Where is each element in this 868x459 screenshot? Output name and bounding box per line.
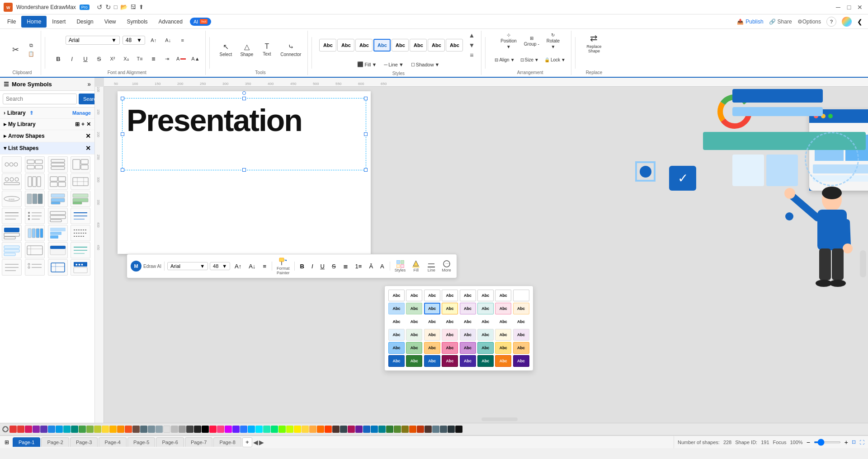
menu-view[interactable]: View [99, 16, 122, 28]
user-avatar[interactable] [842, 17, 852, 27]
shape-item[interactable] [2, 208, 22, 224]
menu-design[interactable]: Design [71, 16, 99, 28]
color-swatch[interactable] [355, 426, 363, 433]
style-sq-8[interactable]: Abc [446, 39, 463, 52]
font-selector[interactable]: Arial ▼ [66, 36, 120, 45]
select-btn[interactable]: ↖ Select [217, 41, 235, 59]
color-swatch[interactable] [302, 426, 309, 433]
color-swatch[interactable] [248, 426, 255, 433]
zoom-in-btn[interactable]: + [844, 439, 848, 446]
shape-item[interactable] [25, 259, 45, 276]
color-swatch[interactable] [271, 426, 278, 433]
list-shapes-header[interactable]: ▾ List Shapes ✕ [0, 142, 94, 155]
focus-btn[interactable]: Focus [773, 440, 787, 445]
color-swatch[interactable] [332, 426, 340, 433]
style-item[interactable]: Abc [495, 290, 511, 301]
scroll-bottom[interactable] [481, 417, 518, 421]
style-item[interactable]: Abc [406, 342, 422, 354]
style-sq-7[interactable]: Abc [428, 39, 445, 52]
position-btn[interactable]: ⊹ Position▼ [498, 31, 519, 51]
rotate-btn[interactable]: ↻ Rotate▼ [544, 31, 562, 51]
page-tab-4[interactable]: Page-4 [99, 437, 126, 447]
style-item[interactable]: Abc [406, 355, 422, 367]
text-tool-btn[interactable]: T Text [259, 41, 275, 58]
color-swatch[interactable] [71, 426, 78, 433]
style-item[interactable]: Abc [513, 316, 529, 328]
page-tab-7[interactable]: Page-7 [185, 437, 212, 447]
highlight-btn[interactable]: A▲ [189, 55, 201, 62]
style-item[interactable]: Abc [495, 316, 511, 328]
increase-font-btn[interactable]: A↑ [148, 37, 160, 44]
shape-btn[interactable]: △ Shape [237, 41, 256, 59]
color-swatch[interactable] [163, 426, 170, 433]
page-tab-1[interactable]: Page-1 [13, 437, 40, 447]
style-sq-3[interactable]: Abc [355, 39, 373, 52]
color-swatch[interactable] [217, 426, 224, 433]
close-btn[interactable]: ✕ [855, 3, 864, 12]
shape-item[interactable] [48, 259, 68, 276]
add-page-btn[interactable]: + [242, 437, 252, 447]
textcolor-btn[interactable]: A [175, 55, 188, 62]
minimize-btn[interactable]: ─ [834, 3, 843, 12]
color-swatch[interactable] [117, 426, 124, 433]
font-size-selector[interactable]: 48 ▼ [123, 36, 145, 45]
tb-bulletlist-btn[interactable]: ≣ [340, 262, 351, 271]
publish-btn[interactable]: 📤Publish [737, 19, 763, 25]
shape-item[interactable] [2, 242, 22, 258]
underline-btn[interactable]: U [80, 55, 91, 63]
style-item[interactable]: Abc [495, 329, 511, 341]
my-library-header[interactable]: ▸ My Library ⊞ + ✕ [0, 119, 94, 130]
zoom-slider[interactable] [814, 441, 841, 443]
color-swatch[interactable] [348, 426, 355, 433]
more-btn[interactable]: ⋯ More [440, 259, 453, 273]
style-item[interactable]: Abc [477, 290, 494, 301]
styles-expand-down[interactable]: ▼ [466, 41, 477, 50]
handle-tr[interactable] [364, 97, 368, 100]
style-item[interactable]: Abc [513, 329, 529, 341]
color-swatch[interactable] [325, 426, 332, 433]
style-sq-4[interactable]: Abc [373, 39, 391, 52]
italic-btn[interactable]: I [66, 55, 78, 63]
my-library-expand-btn[interactable]: ⊞ [75, 121, 80, 127]
page-tab-2[interactable]: Page-2 [41, 437, 69, 447]
maximize-btn[interactable]: □ [844, 3, 854, 12]
color-swatch[interactable] [79, 426, 86, 433]
style-item[interactable]: Abc [442, 355, 458, 367]
color-swatch[interactable] [48, 426, 55, 433]
style-item[interactable]: Abc [442, 290, 458, 301]
style-item[interactable]: Abc [460, 355, 476, 367]
menu-symbols[interactable]: Symbols [122, 16, 153, 28]
style-item[interactable]: Abc [460, 342, 476, 354]
tb-size-selector[interactable]: 48▼ [210, 262, 230, 270]
color-swatch[interactable] [102, 426, 109, 433]
align-tool-btn[interactable]: ⊟ Align▼ [493, 56, 516, 63]
open-btn[interactable]: 📂 [120, 4, 127, 10]
style-item[interactable]: Abc [442, 316, 458, 328]
tb-numlist-btn[interactable]: 1≡ [353, 262, 365, 271]
shape-item[interactable] [71, 173, 90, 190]
style-item[interactable]: Abc [513, 355, 529, 367]
manage-label[interactable]: Manage [72, 110, 91, 116]
style-item[interactable]: Abc [477, 303, 494, 314]
tb-align-btn[interactable]: ≡ [260, 262, 269, 271]
color-swatch[interactable] [394, 426, 401, 433]
export-btn[interactable]: ⬆ [139, 4, 144, 10]
style-sq-6[interactable]: Abc [410, 39, 427, 52]
style-item[interactable]: Abc [442, 342, 458, 354]
color-swatch[interactable] [401, 426, 409, 433]
tb-strike-btn[interactable]: S [329, 262, 339, 271]
color-swatch[interactable] [94, 426, 101, 433]
align-btn[interactable]: ≡ [177, 37, 189, 44]
arrow-shapes-close-btn[interactable]: ✕ [85, 132, 91, 140]
options-btn[interactable]: ⚙Options [797, 19, 821, 25]
style-item[interactable]: Abc [495, 303, 511, 314]
color-swatch[interactable] [156, 426, 163, 433]
menu-insert[interactable]: Insert [47, 16, 71, 28]
color-swatch[interactable] [417, 426, 424, 433]
scroll-right[interactable] [860, 250, 866, 277]
shape-item[interactable]: ■ ■ ■ [71, 259, 90, 276]
handle-tc[interactable] [242, 97, 246, 100]
tb-bold-btn[interactable]: B [297, 262, 307, 271]
shape-item[interactable] [71, 242, 90, 258]
ai-format-btn[interactable]: M [131, 261, 142, 272]
